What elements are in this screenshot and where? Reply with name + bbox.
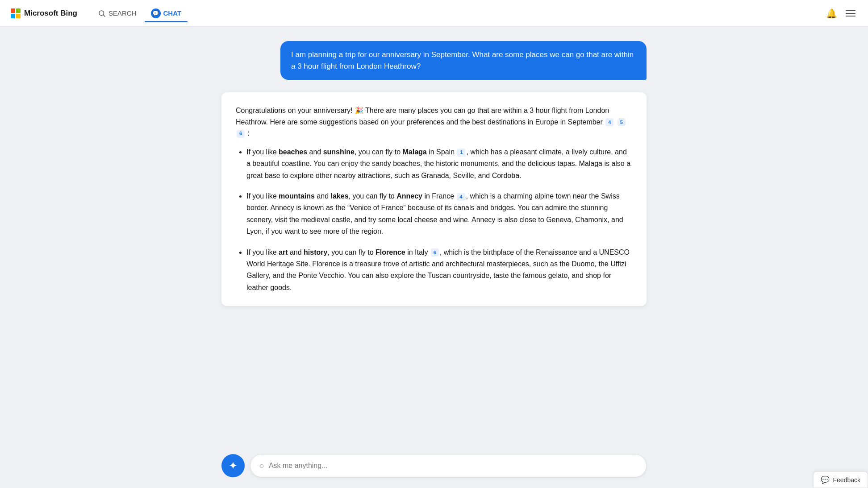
place-florence: Florence	[376, 248, 405, 256]
notification-bell-icon[interactable]: 🔔	[826, 8, 837, 19]
input-bar-container: ✦ ○	[0, 447, 868, 488]
list-item: If you like mountains and lakes, you can…	[246, 190, 632, 238]
logo-area: Microsoft Bing	[11, 8, 77, 18]
hamburger-menu-icon[interactable]	[844, 8, 857, 18]
feedback-label: Feedback	[833, 476, 860, 484]
place-annecy: Annecy	[396, 192, 422, 200]
pref-bold-2: sunshine	[323, 148, 355, 156]
input-search-icon: ○	[259, 461, 264, 471]
logo-text: Microsoft Bing	[24, 9, 77, 18]
pref-bold-1: beaches	[279, 148, 307, 156]
user-message-bubble: I am planning a trip for our anniversary…	[221, 41, 647, 80]
pref-bold-6: history	[304, 248, 327, 256]
input-bar: ✦ ○	[211, 454, 657, 477]
pref-bold-5: art	[279, 248, 288, 256]
feedback-button[interactable]: 💬 Feedback	[813, 471, 868, 488]
main-nav: SEARCH CHAT	[92, 5, 188, 22]
bing-copilot-button[interactable]: ✦	[221, 454, 245, 477]
chat-input[interactable]	[269, 462, 637, 470]
svg-line-1	[103, 15, 105, 17]
pref-bold-4: lakes	[331, 192, 349, 200]
place-malaga: Malaga	[403, 148, 427, 156]
citation-4b[interactable]: 4	[457, 193, 465, 201]
citation-6b[interactable]: 6	[431, 248, 439, 256]
microsoft-logo-icon	[11, 8, 21, 18]
nav-chat-label: CHAT	[163, 9, 182, 17]
list-item: If you like art and history, you can fly…	[246, 247, 632, 294]
destination-list: If you like beaches and sunshine, you ca…	[236, 146, 632, 294]
citation-1[interactable]: 1	[457, 149, 465, 157]
feedback-icon: 💬	[821, 476, 830, 484]
chat-input-wrapper[interactable]: ○	[250, 454, 647, 477]
pref-bold-3: mountains	[279, 192, 315, 200]
citation-4[interactable]: 4	[605, 118, 613, 126]
header: Microsoft Bing SEARCH CHAT 🔔	[0, 0, 868, 27]
user-message-text: I am planning a trip for our anniversary…	[280, 41, 647, 80]
citation-6[interactable]: 6	[237, 130, 245, 138]
copilot-icon: ✦	[229, 459, 238, 472]
intro-content: Congratulations on your anniversary! 🎉 T…	[236, 107, 609, 126]
ai-intro-text: Congratulations on your anniversary! 🎉 T…	[236, 105, 632, 139]
main-content: I am planning a trip for our anniversary…	[211, 27, 657, 488]
citation-5[interactable]: 5	[618, 118, 626, 126]
ai-response-card: Congratulations on your anniversary! 🎉 T…	[221, 92, 647, 306]
nav-search-label: SEARCH	[108, 9, 137, 17]
nav-search[interactable]: SEARCH	[92, 6, 143, 21]
chat-icon	[151, 8, 161, 18]
list-item: If you like beaches and sunshine, you ca…	[246, 146, 632, 182]
header-right: 🔔	[826, 8, 857, 19]
svg-point-0	[99, 11, 104, 16]
search-icon	[98, 9, 106, 17]
nav-chat[interactable]: CHAT	[145, 5, 188, 22]
